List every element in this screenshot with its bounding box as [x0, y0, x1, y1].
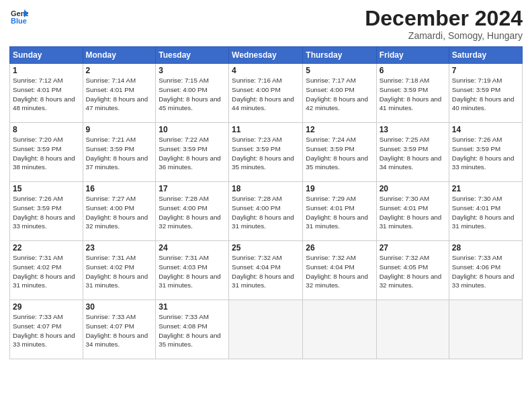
calendar-cell: 7 Sunrise: 7:19 AMSunset: 3:59 PMDayligh…	[449, 64, 522, 123]
calendar-cell: 10 Sunrise: 7:22 AMSunset: 3:59 PMDaylig…	[156, 123, 229, 182]
calendar-cell	[229, 300, 303, 359]
calendar-header-monday: Monday	[83, 47, 156, 64]
day-info: Sunrise: 7:33 AMSunset: 4:08 PMDaylight:…	[159, 313, 221, 348]
day-number: 26	[306, 243, 373, 253]
day-number: 18	[232, 184, 300, 193]
day-number: 6	[380, 66, 446, 75]
day-number: 20	[380, 184, 446, 193]
day-number: 27	[380, 243, 446, 253]
calendar-cell: 17 Sunrise: 7:28 AMSunset: 4:00 PMDaylig…	[156, 182, 229, 241]
calendar-cell: 14 Sunrise: 7:26 AMSunset: 3:59 PMDaylig…	[449, 123, 522, 182]
day-info: Sunrise: 7:30 AMSunset: 4:01 PMDaylight:…	[452, 195, 515, 230]
day-number: 21	[452, 184, 519, 193]
day-info: Sunrise: 7:28 AMSunset: 4:00 PMDaylight:…	[159, 195, 221, 230]
calendar-cell: 30 Sunrise: 7:33 AMSunset: 4:07 PMDaylig…	[83, 300, 156, 359]
day-number: 29	[13, 302, 80, 312]
day-number: 4	[232, 66, 300, 75]
day-info: Sunrise: 7:24 AMSunset: 3:59 PMDaylight:…	[306, 136, 368, 171]
subtitle: Zamardi, Somogy, Hungary	[365, 30, 523, 41]
day-info: Sunrise: 7:32 AMSunset: 4:04 PMDaylight:…	[232, 254, 294, 289]
day-info: Sunrise: 7:28 AMSunset: 4:00 PMDaylight:…	[232, 195, 294, 230]
calendar-week-row: 15 Sunrise: 7:26 AMSunset: 3:59 PMDaylig…	[10, 182, 523, 241]
day-info: Sunrise: 7:31 AMSunset: 4:02 PMDaylight:…	[86, 254, 148, 289]
day-number: 3	[159, 66, 226, 75]
calendar-cell: 12 Sunrise: 7:24 AMSunset: 3:59 PMDaylig…	[303, 123, 376, 182]
day-number: 22	[13, 243, 80, 253]
calendar-cell: 13 Sunrise: 7:25 AMSunset: 3:59 PMDaylig…	[376, 123, 449, 182]
day-number: 13	[380, 125, 446, 134]
calendar-header-saturday: Saturday	[449, 47, 522, 64]
day-info: Sunrise: 7:19 AMSunset: 3:59 PMDaylight:…	[452, 77, 515, 111]
calendar-cell	[303, 300, 376, 359]
calendar-cell: 22 Sunrise: 7:31 AMSunset: 4:02 PMDaylig…	[10, 241, 83, 300]
day-info: Sunrise: 7:33 AMSunset: 4:07 PMDaylight:…	[13, 313, 75, 348]
calendar-cell: 25 Sunrise: 7:32 AMSunset: 4:04 PMDaylig…	[229, 241, 303, 300]
calendar-header-thursday: Thursday	[303, 47, 376, 64]
day-number: 5	[306, 66, 373, 75]
calendar-week-row: 22 Sunrise: 7:31 AMSunset: 4:02 PMDaylig…	[10, 241, 523, 300]
calendar-cell: 28 Sunrise: 7:33 AMSunset: 4:06 PMDaylig…	[449, 241, 522, 300]
day-number: 16	[86, 184, 153, 193]
calendar-cell: 2 Sunrise: 7:14 AMSunset: 4:01 PMDayligh…	[83, 64, 156, 123]
day-info: Sunrise: 7:17 AMSunset: 4:00 PMDaylight:…	[306, 77, 368, 111]
day-info: Sunrise: 7:14 AMSunset: 4:01 PMDaylight:…	[86, 77, 148, 111]
day-number: 24	[159, 243, 226, 253]
calendar-cell: 27 Sunrise: 7:32 AMSunset: 4:05 PMDaylig…	[376, 241, 449, 300]
day-number: 25	[232, 243, 300, 253]
calendar-header-sunday: Sunday	[10, 47, 83, 64]
day-info: Sunrise: 7:16 AMSunset: 4:00 PMDaylight:…	[232, 77, 294, 111]
calendar-cell: 9 Sunrise: 7:21 AMSunset: 3:59 PMDayligh…	[83, 123, 156, 182]
calendar-cell	[449, 300, 522, 359]
calendar-cell: 16 Sunrise: 7:27 AMSunset: 4:00 PMDaylig…	[83, 182, 156, 241]
calendar-cell: 24 Sunrise: 7:31 AMSunset: 4:03 PMDaylig…	[156, 241, 229, 300]
calendar-cell	[376, 300, 449, 359]
calendar-week-row: 29 Sunrise: 7:33 AMSunset: 4:07 PMDaylig…	[10, 300, 523, 359]
calendar-cell: 5 Sunrise: 7:17 AMSunset: 4:00 PMDayligh…	[303, 64, 376, 123]
day-number: 14	[452, 125, 519, 134]
calendar-cell: 11 Sunrise: 7:23 AMSunset: 3:59 PMDaylig…	[229, 123, 303, 182]
day-number: 8	[13, 125, 80, 134]
calendar-header-row: SundayMondayTuesdayWednesdayThursdayFrid…	[10, 47, 523, 64]
calendar-cell: 29 Sunrise: 7:33 AMSunset: 4:07 PMDaylig…	[10, 300, 83, 359]
day-number: 9	[86, 125, 153, 134]
day-number: 31	[159, 302, 226, 312]
day-info: Sunrise: 7:32 AMSunset: 4:04 PMDaylight:…	[306, 254, 368, 289]
day-number: 15	[13, 184, 80, 193]
calendar-cell: 20 Sunrise: 7:30 AMSunset: 4:01 PMDaylig…	[376, 182, 449, 241]
day-info: Sunrise: 7:18 AMSunset: 3:59 PMDaylight:…	[380, 77, 442, 111]
calendar-cell: 8 Sunrise: 7:20 AMSunset: 3:59 PMDayligh…	[10, 123, 83, 182]
month-title: December 2024	[365, 7, 523, 30]
day-number: 12	[306, 125, 373, 134]
day-info: Sunrise: 7:25 AMSunset: 3:59 PMDaylight:…	[380, 136, 442, 171]
calendar-cell: 18 Sunrise: 7:28 AMSunset: 4:00 PMDaylig…	[229, 182, 303, 241]
calendar-cell: 31 Sunrise: 7:33 AMSunset: 4:08 PMDaylig…	[156, 300, 229, 359]
calendar-header-wednesday: Wednesday	[229, 47, 303, 64]
calendar-cell: 6 Sunrise: 7:18 AMSunset: 3:59 PMDayligh…	[376, 64, 449, 123]
day-info: Sunrise: 7:30 AMSunset: 4:01 PMDaylight:…	[380, 195, 442, 230]
day-number: 19	[306, 184, 373, 193]
logo-icon: General Blue	[9, 7, 28, 26]
day-info: Sunrise: 7:29 AMSunset: 4:01 PMDaylight:…	[306, 195, 368, 230]
day-info: Sunrise: 7:33 AMSunset: 4:06 PMDaylight:…	[452, 254, 515, 289]
calendar-cell: 26 Sunrise: 7:32 AMSunset: 4:04 PMDaylig…	[303, 241, 376, 300]
day-number: 17	[159, 184, 226, 193]
logo: General Blue	[9, 7, 28, 26]
day-info: Sunrise: 7:20 AMSunset: 3:59 PMDaylight:…	[13, 136, 75, 171]
day-info: Sunrise: 7:26 AMSunset: 3:59 PMDaylight:…	[13, 195, 75, 230]
day-number: 11	[232, 125, 300, 134]
day-info: Sunrise: 7:21 AMSunset: 3:59 PMDaylight:…	[86, 136, 148, 171]
calendar-cell: 1 Sunrise: 7:12 AMSunset: 4:01 PMDayligh…	[10, 64, 83, 123]
page-header: General Blue December 2024 Zamardi, Somo…	[9, 7, 523, 41]
day-info: Sunrise: 7:31 AMSunset: 4:03 PMDaylight:…	[159, 254, 221, 289]
svg-text:Blue: Blue	[11, 17, 27, 25]
day-info: Sunrise: 7:32 AMSunset: 4:05 PMDaylight:…	[380, 254, 442, 289]
page-container: General Blue December 2024 Zamardi, Somo…	[0, 0, 532, 365]
calendar-cell: 23 Sunrise: 7:31 AMSunset: 4:02 PMDaylig…	[83, 241, 156, 300]
calendar-header-friday: Friday	[376, 47, 449, 64]
day-number: 7	[452, 66, 519, 75]
calendar-week-row: 8 Sunrise: 7:20 AMSunset: 3:59 PMDayligh…	[10, 123, 523, 182]
calendar-cell: 19 Sunrise: 7:29 AMSunset: 4:01 PMDaylig…	[303, 182, 376, 241]
day-info: Sunrise: 7:27 AMSunset: 4:00 PMDaylight:…	[86, 195, 148, 230]
day-info: Sunrise: 7:22 AMSunset: 3:59 PMDaylight:…	[159, 136, 221, 171]
day-number: 2	[86, 66, 153, 75]
